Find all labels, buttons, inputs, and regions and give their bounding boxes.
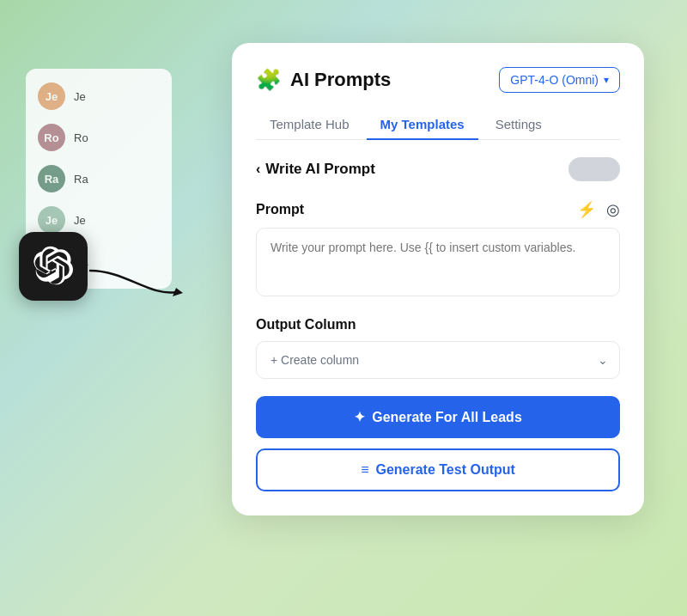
back-row: ‹ Write AI Prompt <box>256 157 620 181</box>
toggle-switch[interactable] <box>568 157 620 181</box>
tab-my-templates[interactable]: My Templates <box>367 110 478 140</box>
generate-all-label: Generate For All Leads <box>372 410 522 425</box>
list-name: Je <box>74 90 86 103</box>
tabs-container: Template Hub My Templates Settings <box>256 110 620 140</box>
output-select-wrapper: + Create column ⌄ <box>256 341 620 379</box>
lightning-icon[interactable]: ⚡ <box>577 200 596 219</box>
sparkle-icon: ✦ <box>354 409 365 425</box>
chatgpt-icon <box>19 232 88 301</box>
list-item: Ra Ra <box>26 158 172 199</box>
card-title: AI Prompts <box>290 69 391 91</box>
generate-test-button[interactable]: ≡ Generate Test Output <box>256 448 620 491</box>
list-name: Je <box>74 214 86 227</box>
prompt-section-header: Prompt ⚡ ◎ <box>256 200 620 219</box>
tab-settings[interactable]: Settings <box>482 110 556 140</box>
tab-template-hub[interactable]: Template Hub <box>256 110 363 140</box>
back-chevron-icon: ‹ <box>256 162 260 177</box>
title-group: 🧩 AI Prompts <box>256 68 391 92</box>
model-selector-button[interactable]: GPT-4-O (Omni) ▾ <box>499 67 620 93</box>
avatar: Ro <box>38 124 65 151</box>
main-card: 🧩 AI Prompts GPT-4-O (Omni) ▾ Template H… <box>232 43 644 515</box>
settings-icon[interactable]: ◎ <box>606 200 620 219</box>
avatar: Je <box>38 82 65 110</box>
list-icon: ≡ <box>361 462 368 478</box>
list-name: Ro <box>74 131 88 144</box>
brain-icon: 🧩 <box>256 68 282 92</box>
list-item: Je Je <box>26 76 172 117</box>
avatar: Ra <box>38 165 65 192</box>
prompt-textarea[interactable] <box>256 228 620 296</box>
back-button[interactable]: ‹ Write AI Prompt <box>256 161 375 178</box>
chevron-down-icon: ▾ <box>604 74 609 86</box>
prompt-label: Prompt <box>256 202 304 217</box>
generate-all-button[interactable]: ✦ Generate For All Leads <box>256 396 620 438</box>
prompt-icons: ⚡ ◎ <box>577 200 620 219</box>
generate-test-label: Generate Test Output <box>375 462 514 478</box>
card-header: 🧩 AI Prompts GPT-4-O (Omni) ▾ <box>256 67 620 93</box>
output-column-label: Output Column <box>256 317 620 332</box>
model-label: GPT-4-O (Omni) <box>510 73 599 87</box>
back-label: Write AI Prompt <box>265 161 375 178</box>
output-column-select[interactable]: + Create column <box>256 341 620 379</box>
avatar: Je <box>38 206 65 234</box>
list-name: Ra <box>74 173 88 186</box>
list-item: Ro Ro <box>26 117 172 158</box>
arrow-icon <box>82 253 185 305</box>
